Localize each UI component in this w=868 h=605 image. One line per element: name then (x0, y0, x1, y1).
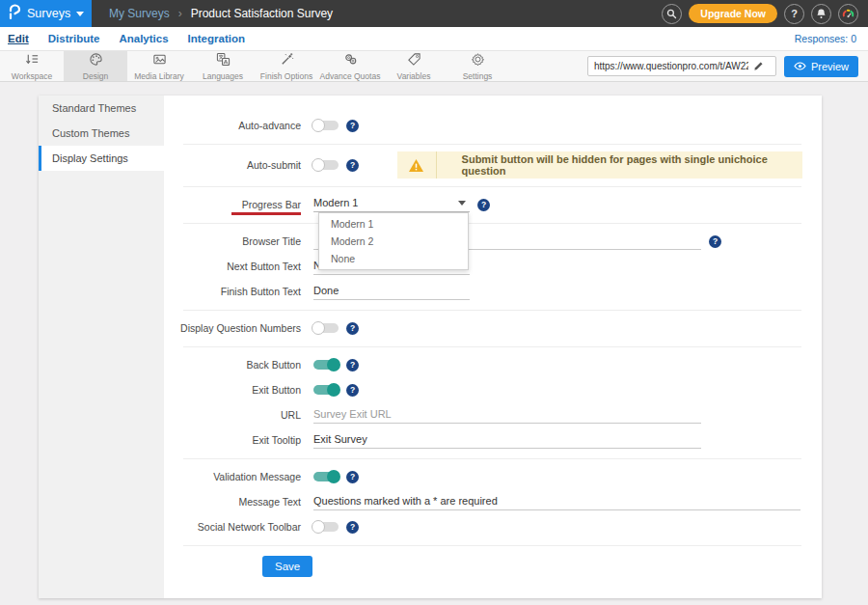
toolbar-item-design[interactable]: Design (64, 51, 127, 81)
questionpro-logo-icon (9, 4, 21, 24)
finish-button-text-label: Finish Button Text (164, 286, 313, 297)
section-divider (183, 545, 801, 546)
eye-icon (794, 61, 806, 72)
progress-bar-help-icon[interactable]: ? (477, 199, 490, 211)
survey-url-input[interactable] (594, 61, 748, 71)
section-divider (183, 458, 801, 459)
chevron-down-icon (458, 201, 466, 206)
preview-button[interactable]: Preview (784, 56, 858, 77)
languages-icon (216, 52, 231, 70)
nav-tab-edit[interactable]: Edit (8, 33, 29, 44)
progress-bar-label: Progress Bar (164, 199, 313, 210)
exit-button-toggle[interactable] (313, 385, 339, 395)
toolbar-item-languages[interactable]: Languages (191, 51, 255, 81)
workspace-icon (25, 52, 40, 70)
toolbar-item-variables[interactable]: Variables (382, 51, 446, 81)
dropdown-option-modern1[interactable]: Modern 1 (319, 215, 468, 233)
notifications-bell-icon[interactable] (811, 4, 831, 24)
search-icon[interactable] (662, 4, 682, 24)
upgrade-now-button[interactable]: Upgrade Now (689, 4, 777, 23)
responses-count[interactable]: Responses: 0 (795, 33, 868, 44)
validation-message-help-icon[interactable]: ? (346, 471, 359, 483)
survey-url-field[interactable] (587, 56, 776, 76)
auto-submit-toggle[interactable] (313, 160, 339, 170)
toolbar-item-advance-quotas[interactable]: Advance Quotas (318, 51, 382, 81)
browser-title-help-icon[interactable]: ? (709, 235, 721, 248)
toolbar-item-finish-options[interactable]: Finish Options (255, 51, 318, 81)
message-text-label: Message Text (164, 496, 313, 508)
validation-message-label: Validation Message (164, 471, 313, 482)
dropdown-option-modern2[interactable]: Modern 2 (319, 233, 468, 250)
dropdown-option-none[interactable]: None (319, 250, 468, 267)
back-button-label: Back Button (164, 359, 313, 371)
browser-title-row: Browser Title ? (164, 229, 822, 254)
validation-message-row: Validation Message ? (164, 464, 822, 489)
section-divider (183, 310, 801, 311)
browser-title-label: Browser Title (164, 235, 313, 247)
nav-tab-integration[interactable]: Integration (188, 33, 245, 44)
save-button[interactable]: Save (262, 556, 312, 577)
display-settings-card: Standard Themes Custom Themes Display Se… (39, 96, 822, 598)
toolbar-item-workspace[interactable]: Workspace (0, 51, 64, 81)
warning-text: Submit button will be hidden for pages w… (437, 151, 802, 179)
validation-message-toggle[interactable] (313, 472, 339, 481)
sidebar-item-display-settings[interactable]: Display Settings (39, 146, 164, 171)
design-toolbar: Workspace Design Media Library Languages… (0, 50, 868, 82)
themes-sidebar: Standard Themes Custom Themes Display Se… (39, 96, 164, 598)
display-question-numbers-row: Display Question Numbers ? (164, 316, 822, 341)
social-network-toolbar-toggle[interactable] (313, 522, 339, 532)
breadcrumb-parent[interactable]: My Surveys (109, 7, 170, 20)
section-divider (183, 346, 801, 347)
exit-tooltip-row: Exit Tooltip (164, 427, 822, 453)
section-divider (183, 144, 801, 145)
auto-submit-help-icon[interactable]: ? (346, 159, 359, 172)
toolbar-item-settings[interactable]: Settings (446, 51, 509, 81)
exit-tooltip-label: Exit Tooltip (164, 434, 313, 446)
back-button-toggle[interactable] (313, 360, 339, 370)
auto-advance-help-icon[interactable]: ? (346, 120, 359, 132)
nav-tab-distribute[interactable]: Distribute (48, 33, 100, 44)
red-annotation-underline (231, 212, 301, 215)
auto-advance-label: Auto-advance (164, 120, 313, 131)
product-switcher[interactable]: Surveys (0, 0, 92, 27)
exit-button-label: Exit Button (164, 384, 313, 396)
edit-pencil-icon[interactable] (753, 58, 764, 75)
message-text-input[interactable] (313, 493, 800, 510)
magic-wand-icon (280, 52, 294, 70)
display-question-numbers-toggle[interactable] (313, 323, 339, 333)
design-palette-icon (89, 52, 103, 70)
quota-gears-icon (343, 52, 358, 70)
top-header: Surveys My Surveys › Product Satisfactio… (0, 0, 868, 27)
exit-button-help-icon[interactable]: ? (346, 384, 359, 397)
display-settings-form: Auto-advance ? Auto-submit ? Submit (164, 96, 822, 598)
auto-submit-label: Auto-submit (164, 159, 313, 171)
message-text-row: Message Text (164, 489, 822, 514)
auto-submit-warning: Submit button will be hidden for pages w… (397, 151, 802, 179)
product-label: Surveys (27, 7, 70, 20)
section-divider (183, 223, 801, 224)
progress-bar-dropdown: Modern 1 Modern 2 None (318, 212, 469, 270)
back-button-row: Back Button ? (164, 352, 822, 377)
help-icon[interactable]: ? (784, 4, 804, 24)
score-gauge-icon[interactable] (838, 4, 858, 24)
auto-advance-toggle[interactable] (313, 121, 339, 130)
exit-tooltip-input[interactable] (313, 431, 701, 449)
section-divider (183, 186, 801, 187)
display-question-numbers-help-icon[interactable]: ? (346, 322, 359, 335)
social-network-toolbar-help-icon[interactable]: ? (346, 521, 359, 534)
finish-button-text-input[interactable] (313, 283, 470, 300)
exit-url-input[interactable] (313, 406, 701, 424)
toolbar-item-media-library[interactable]: Media Library (127, 51, 191, 81)
progress-bar-select[interactable]: Modern 1 (313, 197, 470, 212)
header-actions: Upgrade Now ? (662, 0, 868, 27)
main-nav: Edit Distribute Analytics Integration Re… (0, 27, 868, 50)
nav-tab-analytics[interactable]: Analytics (119, 33, 168, 44)
finish-button-text-row: Finish Button Text (164, 279, 822, 304)
gear-icon (471, 52, 485, 70)
save-row: Save (262, 556, 822, 577)
auto-submit-row: Auto-submit ? Submit button will be hidd… (164, 150, 822, 180)
sidebar-item-custom-themes[interactable]: Custom Themes (39, 121, 164, 146)
exit-url-label: URL (164, 409, 313, 421)
sidebar-item-standard-themes[interactable]: Standard Themes (39, 96, 164, 121)
back-button-help-icon[interactable]: ? (346, 359, 359, 371)
